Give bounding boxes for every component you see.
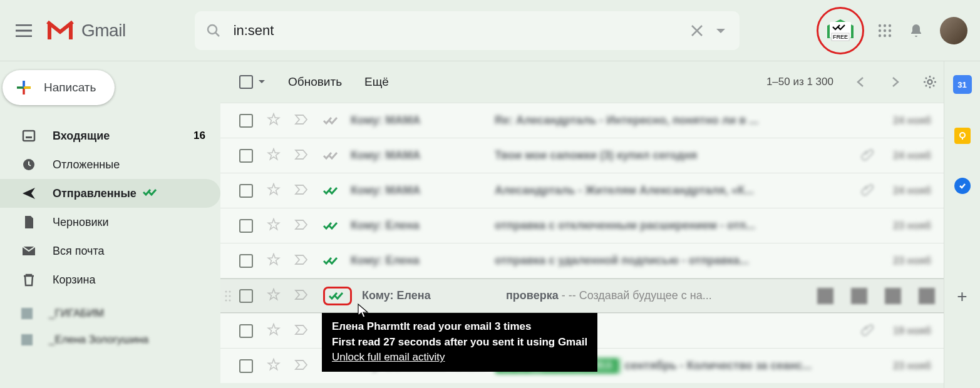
svg-point-0 bbox=[208, 25, 217, 34]
row-checkbox[interactable] bbox=[239, 324, 253, 338]
row-checkbox[interactable] bbox=[239, 254, 253, 268]
message-row[interactable]: Кому: МАМААлесандрталь - Жителям Алексан… bbox=[220, 173, 944, 208]
star-icon[interactable] bbox=[267, 323, 281, 339]
star-icon[interactable] bbox=[267, 358, 281, 374]
row-sender: Кому: Елена bbox=[362, 289, 506, 302]
close-icon[interactable] bbox=[689, 23, 704, 38]
row-subject: отправка с отключенным расширением - отп… bbox=[495, 219, 875, 232]
message-row[interactable]: Кому: Еленаотправка с удаленной подписью… bbox=[220, 243, 944, 278]
row-checkbox[interactable] bbox=[239, 149, 253, 163]
nav-label-item[interactable]: _ГИГАБИМ bbox=[0, 300, 220, 327]
mailtrack-double-check-icon[interactable] bbox=[323, 186, 341, 196]
prev-page-icon[interactable] bbox=[855, 76, 867, 88]
settings-gear-icon[interactable] bbox=[922, 74, 937, 89]
row-date: 23 нояб bbox=[875, 255, 931, 267]
svg-point-7 bbox=[879, 29, 881, 31]
star-icon[interactable] bbox=[267, 288, 281, 304]
svg-point-21 bbox=[229, 295, 230, 297]
message-row[interactable]: Кому: Еленаотправка с отключенным расшир… bbox=[220, 208, 944, 243]
more-button[interactable]: Ещё bbox=[364, 75, 389, 89]
archive-icon[interactable] bbox=[817, 288, 833, 304]
message-row[interactable]: Кому: Еленапроверка - -- Создавай будуще… bbox=[220, 278, 944, 313]
row-checkbox[interactable] bbox=[239, 114, 253, 128]
drag-handle-icon[interactable] bbox=[224, 290, 232, 302]
compose-button[interactable]: Написать bbox=[3, 70, 115, 105]
row-date: 23 нояб bbox=[875, 360, 931, 372]
nav-sent[interactable]: Отправленные bbox=[0, 179, 220, 208]
star-icon[interactable] bbox=[267, 253, 281, 269]
importance-icon[interactable] bbox=[294, 289, 309, 303]
star-icon[interactable] bbox=[267, 113, 281, 129]
message-row[interactable]: Кому: МАМАRe: Алесандрталь - Интересно, … bbox=[220, 103, 944, 138]
row-date: 23 нояб bbox=[875, 220, 931, 232]
tooltip-line-1: Елена PharmtIt read your email 3 times bbox=[332, 319, 587, 335]
plus-icon bbox=[15, 79, 33, 96]
row-checkbox[interactable] bbox=[239, 184, 253, 198]
svg-point-9 bbox=[889, 29, 891, 31]
notifications-icon[interactable] bbox=[909, 23, 924, 38]
add-addon-icon[interactable]: + bbox=[957, 287, 967, 307]
mailtrack-extension-badge[interactable]: FREE bbox=[820, 10, 861, 51]
row-subject: Re: Алесандрталь - Интересно, понятно ли… bbox=[495, 114, 875, 127]
svg-point-11 bbox=[884, 34, 886, 36]
nav-inbox[interactable]: Входящие 16 bbox=[0, 121, 220, 150]
sidebar: Написать Входящие 16 Отложенные Отправле… bbox=[0, 61, 220, 388]
double-check-icon bbox=[143, 187, 159, 200]
tooltip-line-2: First read 27 seconds after you sent it … bbox=[332, 335, 587, 350]
importance-icon[interactable] bbox=[294, 219, 309, 233]
mailtrack-double-check-icon[interactable] bbox=[323, 287, 352, 305]
row-checkbox[interactable] bbox=[239, 219, 253, 233]
row-checkbox[interactable] bbox=[239, 359, 253, 373]
importance-icon[interactable] bbox=[294, 114, 309, 128]
apps-grid-icon[interactable] bbox=[877, 23, 892, 38]
importance-icon[interactable] bbox=[294, 254, 309, 268]
message-row[interactable]: Кому: МАМАТвои мои сапожки (3) купил сег… bbox=[220, 138, 944, 173]
importance-icon[interactable] bbox=[294, 184, 309, 198]
delete-icon[interactable] bbox=[851, 288, 867, 304]
next-page-icon[interactable] bbox=[889, 76, 901, 88]
row-subject: отправка с удаленной подписью - отправка… bbox=[495, 254, 875, 267]
mark-read-icon[interactable] bbox=[885, 288, 901, 304]
nav-label-item[interactable]: _Елена Зологушина bbox=[0, 327, 220, 353]
importance-icon[interactable] bbox=[294, 324, 309, 338]
row-sender: Кому: МАМА bbox=[351, 184, 495, 197]
svg-point-24 bbox=[960, 133, 965, 138]
mailtrack-double-check-icon[interactable] bbox=[323, 116, 341, 126]
mailtrack-double-check-icon[interactable] bbox=[323, 256, 341, 266]
nav-trash[interactable]: Корзина bbox=[0, 265, 220, 294]
search-icon bbox=[206, 23, 221, 38]
svg-point-22 bbox=[225, 299, 227, 301]
nav-drafts[interactable]: Черновики bbox=[0, 208, 220, 237]
refresh-button[interactable]: Обновить bbox=[288, 75, 342, 89]
menu-icon[interactable] bbox=[9, 16, 39, 46]
calendar-addon-icon[interactable]: 31 bbox=[953, 75, 972, 94]
chevron-down-icon[interactable] bbox=[713, 23, 728, 38]
search-bar[interactable] bbox=[195, 11, 740, 50]
row-checkbox[interactable] bbox=[239, 289, 253, 303]
mailtrack-tooltip: Елена PharmtIt read your email 3 times F… bbox=[322, 313, 597, 372]
svg-point-18 bbox=[225, 290, 227, 292]
gmail-logo[interactable]: Gmail bbox=[45, 19, 126, 42]
snooze-icon[interactable] bbox=[919, 288, 935, 304]
importance-icon[interactable] bbox=[294, 149, 309, 163]
compose-label: Написать bbox=[44, 81, 96, 94]
tasks-addon-icon[interactable] bbox=[954, 178, 971, 194]
search-input[interactable] bbox=[221, 23, 681, 39]
svg-point-8 bbox=[884, 29, 886, 31]
select-all-checkbox[interactable] bbox=[239, 75, 253, 89]
tooltip-unlock-link[interactable]: Unlock full email activity bbox=[332, 350, 587, 365]
row-subject: Алесандрталь - Жителям Александрталя, «К… bbox=[495, 184, 855, 197]
nav-allmail[interactable]: Вся почта bbox=[0, 237, 220, 265]
account-avatar[interactable] bbox=[940, 17, 967, 44]
keep-addon-icon[interactable] bbox=[954, 128, 971, 144]
select-all-dropdown-icon[interactable] bbox=[258, 79, 266, 84]
attachment-icon bbox=[861, 324, 875, 339]
mailtrack-double-check-icon[interactable] bbox=[323, 221, 341, 231]
nav-snoozed[interactable]: Отложенные bbox=[0, 150, 220, 179]
star-icon[interactable] bbox=[267, 148, 281, 164]
star-icon[interactable] bbox=[267, 183, 281, 199]
mailtrack-double-check-icon[interactable] bbox=[323, 151, 341, 161]
importance-icon[interactable] bbox=[294, 359, 309, 373]
brand-name: Gmail bbox=[81, 21, 126, 41]
star-icon[interactable] bbox=[267, 218, 281, 234]
